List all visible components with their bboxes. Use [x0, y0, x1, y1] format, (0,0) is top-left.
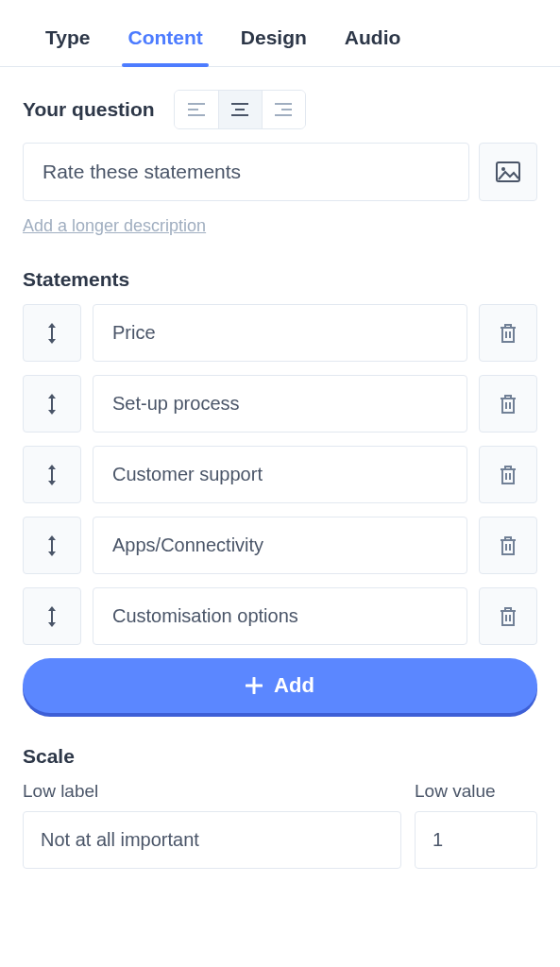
scale-label: Scale — [23, 745, 537, 768]
drag-handle[interactable] — [23, 587, 81, 645]
statement-row — [23, 446, 537, 503]
align-center-button[interactable] — [218, 91, 262, 128]
delete-statement-button[interactable] — [479, 587, 537, 645]
delete-statement-button[interactable] — [479, 304, 537, 362]
align-left-button[interactable] — [175, 91, 218, 128]
add-image-button[interactable] — [479, 143, 537, 201]
question-input[interactable] — [23, 143, 469, 201]
drag-handle-icon — [45, 464, 59, 486]
align-right-icon — [274, 102, 293, 117]
statement-input[interactable] — [93, 446, 467, 503]
statements-label: Statements — [23, 268, 537, 291]
drag-handle-icon — [45, 605, 59, 628]
drag-handle-icon — [45, 534, 59, 557]
add-description-link[interactable]: Add a longer description — [23, 216, 206, 236]
trash-icon — [499, 323, 518, 344]
align-center-icon — [230, 102, 249, 117]
align-left-icon — [187, 102, 206, 117]
drag-handle-icon — [45, 322, 59, 345]
statement-input[interactable] — [93, 375, 467, 433]
question-label: Your question — [23, 98, 155, 121]
tab-audio[interactable]: Audio — [345, 26, 400, 66]
delete-statement-button[interactable] — [479, 375, 537, 433]
statement-row — [23, 304, 537, 362]
drag-handle[interactable] — [23, 517, 81, 574]
low-value-caption: Low value — [415, 781, 537, 802]
svg-point-10 — [501, 167, 505, 171]
tab-design[interactable]: Design — [241, 26, 307, 66]
statement-row — [23, 587, 537, 645]
delete-statement-button[interactable] — [479, 517, 537, 574]
low-value-input[interactable] — [415, 811, 537, 869]
low-label-input[interactable] — [23, 811, 401, 869]
delete-statement-button[interactable] — [479, 446, 537, 503]
drag-handle[interactable] — [23, 304, 81, 362]
drag-handle-icon — [45, 393, 59, 416]
drag-handle[interactable] — [23, 375, 81, 433]
statement-row — [23, 517, 537, 574]
statement-input[interactable] — [93, 517, 467, 574]
statement-input[interactable] — [93, 304, 467, 362]
trash-icon — [499, 465, 518, 485]
trash-icon — [499, 394, 518, 415]
tab-content[interactable]: Content — [127, 26, 202, 66]
statement-row — [23, 375, 537, 433]
statements-list — [23, 304, 537, 645]
trash-icon — [499, 535, 518, 556]
low-label-caption: Low label — [23, 781, 401, 802]
plus-icon — [246, 677, 263, 694]
alignment-group — [174, 90, 306, 129]
statement-input[interactable] — [93, 587, 467, 645]
tabs: Type Content Design Audio — [0, 0, 560, 67]
trash-icon — [499, 606, 518, 627]
add-button-label: Add — [274, 673, 314, 698]
tab-type[interactable]: Type — [45, 26, 90, 66]
image-icon — [496, 161, 520, 182]
align-right-button[interactable] — [262, 91, 305, 128]
drag-handle[interactable] — [23, 446, 81, 503]
add-statement-button[interactable]: Add — [23, 658, 537, 713]
